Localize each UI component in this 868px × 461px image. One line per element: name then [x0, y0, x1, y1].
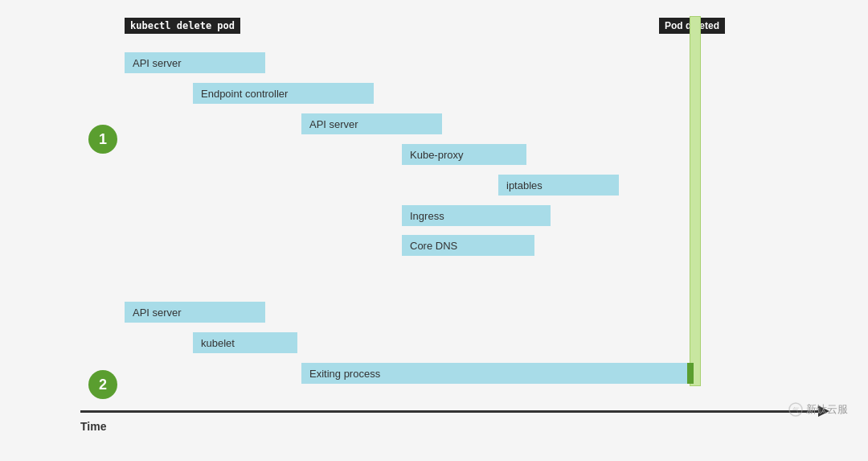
bar-ingress: Ingress	[402, 205, 551, 226]
bar-api-server-3: API server	[125, 302, 265, 323]
bar-kube-proxy: Kube-proxy	[402, 144, 526, 165]
vertical-timeline-line	[690, 16, 701, 386]
time-axis	[80, 410, 820, 413]
green-end-marker	[687, 363, 694, 384]
bar-core-dns: Core DNS	[402, 235, 534, 256]
group1-badge: 1	[88, 125, 117, 154]
bar-api-server-1: API server	[125, 52, 265, 73]
bar-api-server-2: API server	[301, 113, 442, 134]
time-label: Time	[80, 420, 106, 433]
bar-exiting-process: Exiting process	[301, 363, 694, 384]
bar-kubelet: kubelet	[193, 332, 297, 353]
diagram-container: kubectl delete pod Pod deleted 1 API ser…	[0, 0, 868, 461]
kubectl-label: kubectl delete pod	[125, 18, 240, 34]
bar-endpoint-controller: Endpoint controller	[193, 83, 374, 104]
group2-badge: 2	[88, 370, 117, 399]
watermark: 气 新钛云服	[788, 402, 848, 417]
bar-iptables: iptables	[498, 175, 619, 196]
svg-text:气: 气	[792, 406, 800, 414]
